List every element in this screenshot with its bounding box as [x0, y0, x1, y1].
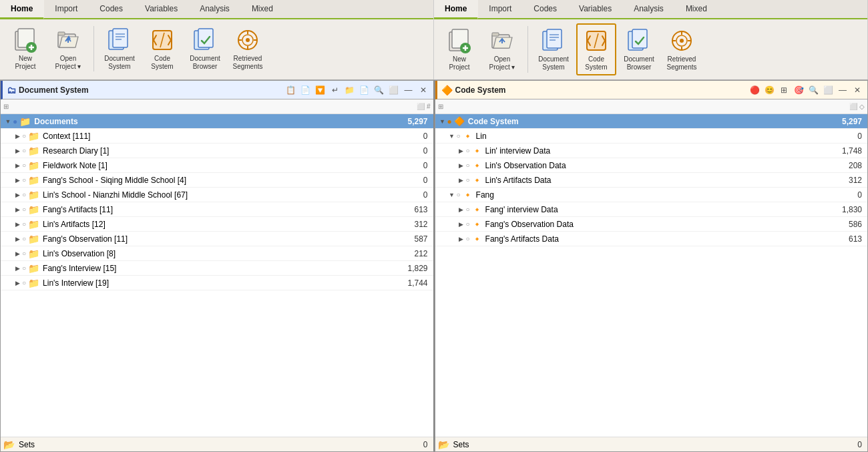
tree-row-fang[interactable]: ▼ ○ 🔸 Fang 0	[435, 188, 868, 202]
expand-fang-observation[interactable]: ▶	[457, 220, 466, 229]
code-search-icon[interactable]: 🔍	[807, 84, 819, 96]
open-project-button[interactable]: OpenProject ▾	[48, 23, 88, 74]
expand-fang[interactable]: ▼	[447, 190, 457, 200]
doc-filter-icon[interactable]: 🔽	[314, 84, 327, 96]
expand-fangs-school[interactable]: ▶	[13, 176, 22, 185]
document-system-icon	[106, 27, 133, 53]
tab-home-left[interactable]: Home	[0, 0, 44, 19]
doc-window-icon[interactable]: ⬜	[388, 84, 400, 96]
code-system-button-left[interactable]: CodeSystem	[142, 23, 182, 74]
tab-analysis-right[interactable]: Analysis	[623, 0, 675, 18]
doc-minimize-icon[interactable]: —	[403, 84, 415, 96]
tree-row-fang-interview[interactable]: ▶ ○ 🔸 Fang' interview Data 1,830	[435, 202, 868, 217]
doc-sets-row[interactable]: 📂 Sets 0	[1, 437, 433, 451]
ribbon-container: Home Import Codes Variables Analysis Mix…	[0, 0, 868, 80]
tab-codes-right[interactable]: Codes	[523, 0, 568, 18]
retrieved-segments-button-left[interactable]: RetrievedSegments	[228, 23, 268, 74]
tree-row-fieldwork-note[interactable]: ▶ ○ 📁 Fieldwork Note [1] 0	[1, 158, 433, 173]
tab-mixed-right[interactable]: Mixed	[675, 0, 718, 18]
tab-analysis-left[interactable]: Analysis	[189, 0, 241, 18]
count-research-diary: 0	[404, 146, 431, 156]
tree-row-fang-observation[interactable]: ▶ ○ 🔸 Fang's Observation Data 586	[435, 217, 868, 232]
expand-fangs-observation[interactable]: ▶	[13, 234, 22, 244]
tab-home-right[interactable]: Home	[434, 0, 478, 19]
expand-fieldwork-note[interactable]: ▶	[13, 161, 22, 170]
count-context: 0	[404, 132, 431, 141]
doc-add-doc-icon[interactable]: 📄	[359, 84, 371, 96]
expand-code-system[interactable]: ▼	[438, 117, 447, 126]
tree-row-lin-observation[interactable]: ▶ ○ 🔸 Lin's Observation Data 208	[435, 158, 868, 173]
expand-fang-artifacts[interactable]: ▶	[457, 234, 466, 244]
expand-lin-interview[interactable]: ▶	[457, 146, 466, 156]
code-system-icon-left	[149, 27, 176, 53]
doc-copy2-icon[interactable]: 📄	[300, 84, 312, 96]
expand-fang-interview[interactable]: ▶	[457, 205, 466, 214]
retrieved-segments-label-right: RetrievedSegments	[666, 55, 696, 71]
retrieved-segments-button-right[interactable]: RetrievedSegments	[662, 24, 702, 75]
tree-row-research-diary[interactable]: ▶ ○ 📁 Research Diary [1] 0	[1, 144, 433, 158]
tree-row-lins-observation[interactable]: ▶ ○ 📁 Lin's Observation [8] 212	[1, 246, 433, 261]
expand-fangs-artifacts[interactable]: ▶	[13, 205, 22, 214]
tree-row-fangs-observation[interactable]: ▶ ○ 📁 Fang's Observation [11] 587	[1, 232, 433, 246]
tree-row-lins-interview[interactable]: ▶ ○ 📁 Lin's Interview [19] 1,744	[1, 276, 433, 290]
tree-row-fangs-school[interactable]: ▶ ○ 📁 Fang's School - Siqing Middle Scho…	[1, 173, 433, 188]
document-system-button[interactable]: DocumentSystem	[99, 23, 140, 74]
expand-documents[interactable]: ▼	[3, 117, 13, 126]
expand-fangs-interview[interactable]: ▶	[13, 264, 22, 273]
code-window-icon[interactable]: ⬜	[822, 84, 834, 96]
code-close-icon[interactable]: ✕	[851, 84, 863, 96]
expand-lins-artifacts[interactable]: ▶	[13, 220, 22, 229]
tree-row-lins-artifacts[interactable]: ▶ ○ 📁 Lin's Artifacts [12] 312	[1, 217, 433, 232]
expand-lins-interview[interactable]: ▶	[13, 278, 22, 288]
tab-variables-left[interactable]: Variables	[134, 0, 189, 18]
tab-import-right[interactable]: Import	[478, 0, 523, 18]
doc-search-icon[interactable]: 🔍	[373, 84, 385, 96]
tab-variables-right[interactable]: Variables	[568, 0, 623, 18]
document-browser-button-left[interactable]: DocumentBrowser	[185, 23, 225, 74]
code-target-icon[interactable]: 🎯	[793, 84, 805, 96]
tree-row-code-system[interactable]: ▼ ● 🔶 Code System 5,297	[435, 114, 868, 129]
tree-row-documents[interactable]: ▼ ● 📁 Documents 5,297	[1, 114, 433, 129]
label-lin-artifacts: Lin's Artifacts Data	[484, 176, 838, 185]
expand-lins-observation[interactable]: ▶	[13, 249, 22, 258]
document-browser-button-right[interactable]: DocumentBrowser	[619, 24, 659, 75]
tab-import-left[interactable]: Import	[44, 0, 89, 18]
new-project-button[interactable]: NewProject	[5, 23, 45, 74]
tree-row-lin[interactable]: ▼ ○ 🔸 Lin 0	[435, 129, 868, 144]
code-system-button-right[interactable]: CodeSystem	[576, 23, 616, 75]
doc-close-icon[interactable]: ✕	[417, 84, 429, 96]
icon-fang-interview: 🔸	[472, 205, 482, 214]
tab-mixed-left[interactable]: Mixed	[241, 0, 284, 18]
tree-row-fang-artifacts[interactable]: ▶ ○ 🔸 Fang's Artifacts Data 613	[435, 232, 868, 246]
doc-copy-icon[interactable]: 📋	[285, 84, 297, 96]
code-minimize-icon[interactable]: —	[837, 84, 849, 96]
tab-codes-left[interactable]: Codes	[89, 0, 134, 18]
tree-row-context[interactable]: ▶ ○ 📁 Context [111] 0	[1, 129, 433, 144]
new-project-button-right[interactable]: NewProject	[439, 24, 479, 75]
expand-lins-school[interactable]: ▶	[13, 190, 22, 200]
tree-row-lin-interview[interactable]: ▶ ○ 🔸 Lin' interview Data 1,748	[435, 144, 868, 158]
code-smile-icon[interactable]: 😊	[763, 84, 775, 96]
folder-icon-research-diary: 📁	[28, 146, 39, 156]
tree-row-fangs-artifacts[interactable]: ▶ ○ 📁 Fang's Artifacts [11] 613	[1, 202, 433, 217]
label-lins-school: Lin's School - Nianzhi Middle School [67…	[41, 190, 403, 200]
code-grid-icon[interactable]: ⊞	[778, 84, 790, 96]
document-system-button-right[interactable]: DocumentSystem	[533, 24, 574, 75]
expand-context[interactable]: ▶	[13, 132, 22, 141]
open-project-button-right[interactable]: OpenProject ▾	[482, 24, 522, 75]
svg-rect-33	[547, 29, 562, 48]
tree-row-lins-school[interactable]: ▶ ○ 📁 Lin's School - Nianzhi Middle Scho…	[1, 188, 433, 202]
tree-row-fangs-interview[interactable]: ▶ ○ 📁 Fang's Interview [15] 1,829	[1, 261, 433, 276]
tree-row-lin-artifacts[interactable]: ▶ ○ 🔸 Lin's Artifacts Data 312	[435, 173, 868, 188]
expand-lin-artifacts[interactable]: ▶	[457, 176, 466, 185]
expand-lin-observation[interactable]: ▶	[457, 161, 466, 170]
expand-lin[interactable]: ▼	[447, 132, 457, 141]
expand-research-diary[interactable]: ▶	[13, 146, 22, 156]
dot-documents: ●	[13, 117, 17, 126]
code-icon1[interactable]: 🔴	[748, 84, 761, 96]
doc-add-folder-icon[interactable]: 📁	[344, 84, 356, 96]
doc-panel-title: Document System	[19, 85, 282, 95]
code-sets-row[interactable]: 📂 Sets 0	[435, 437, 868, 451]
doc-import-icon[interactable]: ↵	[329, 84, 341, 96]
count-fangs-observation: 587	[404, 234, 431, 244]
